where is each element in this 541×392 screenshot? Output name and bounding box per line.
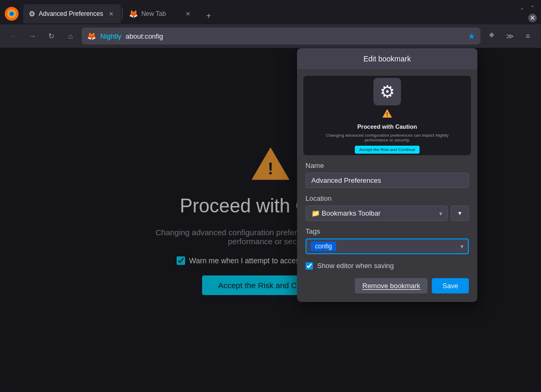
- tab-title-advanced: Advanced Preferences: [39, 10, 103, 17]
- tab-favicon-firefox: 🦊: [129, 10, 138, 18]
- window-close-button[interactable]: ✕: [528, 14, 537, 22]
- show-editor-label: Show editor when saving: [317, 262, 394, 270]
- preview-warning-icon: !: [382, 109, 392, 120]
- tags-dropdown-button[interactable]: ▼: [459, 244, 465, 250]
- location-expand-button[interactable]: ▼: [451, 206, 469, 221]
- edit-bookmark-popup: Edit bookmark ⚙ ! Proceed with Caution: [297, 48, 477, 302]
- title-bar: ⚙ Advanced Preferences ✕ 🦊 New Tab ✕ + ⌄…: [0, 0, 541, 24]
- tag-chip-config: config: [311, 242, 336, 251]
- overflow-button[interactable]: ≫: [502, 28, 518, 44]
- popup-header: Edit bookmark: [297, 48, 477, 69]
- tab-separator: [122, 8, 123, 19]
- preview-gear-icon: ⚙: [373, 78, 401, 105]
- home-button[interactable]: ⌂: [63, 28, 78, 44]
- nav-bar: ← → ↻ ⌂ 🦊 Nightly about:config ★ ≫ ≡: [0, 24, 541, 48]
- popup-footer: Remove bookmark Save: [306, 278, 469, 293]
- address-text: about:config: [126, 32, 464, 40]
- refresh-button[interactable]: ↻: [43, 28, 59, 44]
- tabs-container: ⚙ Advanced Preferences ✕ 🦊 New Tab ✕ +: [23, 4, 511, 23]
- remove-bookmark-button[interactable]: Remove bookmark: [355, 278, 427, 293]
- popup-preview: ⚙ ! Proceed with Caution Changing advanc…: [303, 76, 471, 155]
- tags-field-label: Tags: [306, 227, 469, 235]
- address-bar[interactable]: 🦊 Nightly about:config ★: [82, 28, 481, 44]
- browser-name-label: Nightly: [100, 32, 121, 40]
- address-bar-favicon: 🦊: [87, 32, 96, 40]
- popup-body: Name Location 📁 Bookmarks Toolbar 📁 Othe…: [297, 162, 477, 302]
- svg-text:!: !: [386, 112, 388, 118]
- tab-close-new[interactable]: ✕: [183, 9, 193, 19]
- preview-inner: ⚙ ! Proceed with Caution Changing advanc…: [303, 76, 471, 155]
- name-field-label: Name: [306, 162, 469, 170]
- window-controls: ⌄ ⌃ ✕: [518, 3, 537, 22]
- svg-point-3: [10, 12, 13, 15]
- location-select[interactable]: 📁 Bookmarks Toolbar 📁 Other Bookmarks: [306, 206, 448, 221]
- browser-window: ⚙ Advanced Preferences ✕ 🦊 New Tab ✕ + ⌄…: [0, 0, 541, 392]
- location-row: 📁 Bookmarks Toolbar 📁 Other Bookmarks ▼ …: [306, 206, 469, 221]
- tab-new-tab[interactable]: 🦊 New Tab ✕: [124, 4, 198, 23]
- page-content: ! Proceed with Caution Changing advanced…: [0, 48, 541, 392]
- name-input[interactable]: [306, 173, 469, 188]
- firefox-logo-icon: [4, 6, 19, 21]
- show-editor-row: Show editor when saving: [306, 262, 469, 270]
- extensions-button[interactable]: [484, 28, 500, 44]
- window-restore-button[interactable]: ⌃: [528, 3, 537, 12]
- tags-row: config ▼: [306, 238, 469, 254]
- back-button[interactable]: ←: [5, 28, 21, 44]
- location-field-label: Location: [306, 194, 469, 202]
- preview-subtitle: Changing advanced configuration preferen…: [303, 133, 471, 142]
- tab-close-advanced[interactable]: ✕: [106, 9, 116, 19]
- bookmark-star-icon[interactable]: ★: [468, 31, 475, 41]
- menu-button[interactable]: ≡: [520, 28, 536, 44]
- location-select-wrapper: 📁 Bookmarks Toolbar 📁 Other Bookmarks ▼: [306, 206, 448, 221]
- new-tab-button[interactable]: +: [201, 8, 216, 23]
- tab-advanced-prefs[interactable]: ⚙ Advanced Preferences ✕: [23, 4, 121, 23]
- tab-favicon-gear: ⚙: [29, 10, 36, 18]
- tab-title-new: New Tab: [141, 10, 180, 17]
- save-button[interactable]: Save: [432, 278, 469, 293]
- tags-input-wrapper[interactable]: config ▼: [306, 238, 469, 254]
- window-collapse-button[interactable]: ⌄: [518, 3, 526, 12]
- show-editor-checkbox[interactable]: [306, 262, 313, 270]
- forward-button[interactable]: →: [24, 28, 40, 44]
- nav-right-buttons: ≫ ≡: [484, 28, 536, 44]
- preview-title: Proceed with Caution: [357, 123, 417, 130]
- popup-title: Edit bookmark: [363, 55, 411, 63]
- preview-accept-btn: Accept the Risk and Continue: [355, 146, 419, 154]
